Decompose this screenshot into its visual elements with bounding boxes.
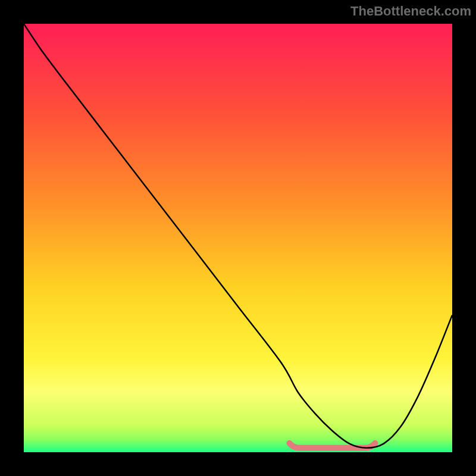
watermark-text: TheBottleneck.com bbox=[350, 4, 471, 19]
plot-area bbox=[24, 24, 452, 452]
chart-background bbox=[24, 24, 452, 452]
chart-frame: TheBottleneck.com bbox=[0, 0, 476, 476]
chart-svg bbox=[24, 24, 452, 452]
